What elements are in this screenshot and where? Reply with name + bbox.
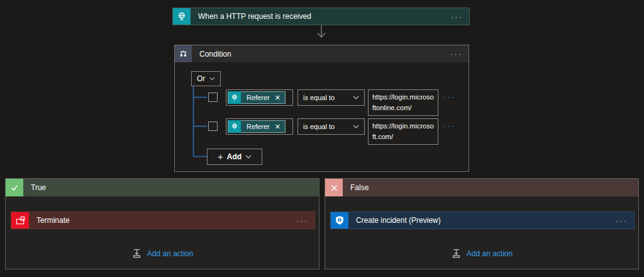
join-operator-dropdown[interactable]: Or — [191, 71, 221, 86]
operator-value: is equal to — [303, 94, 335, 101]
condition-operand-field[interactable]: Referer ✕ — [226, 118, 293, 135]
create-incident-menu-button[interactable]: ··· — [616, 217, 628, 225]
condition-row-checkbox[interactable] — [208, 93, 218, 102]
token-label: Referer — [241, 123, 273, 130]
terminate-action-card[interactable]: Terminate ··· — [11, 212, 315, 229]
condition-title: Condition — [199, 50, 450, 59]
add-action-link[interactable]: Add an action — [325, 248, 638, 259]
sentinel-shield-icon — [331, 212, 348, 229]
condition-card: Condition ··· Or — [174, 45, 469, 172]
flow-designer-canvas: When a HTTP request is received ··· Cond… — [0, 0, 644, 277]
terminate-menu-button[interactable]: ··· — [296, 217, 308, 225]
x-icon — [325, 179, 343, 196]
add-action-icon — [451, 248, 462, 259]
join-operator-value: Or — [197, 74, 205, 83]
condition-value-input[interactable]: https://login.microsoftonline.com/ — [368, 89, 438, 116]
condition-menu-button[interactable]: ··· — [450, 50, 462, 58]
remove-token-icon[interactable]: ✕ — [273, 123, 285, 130]
chevron-down-icon — [209, 77, 215, 81]
condition-operand-field[interactable]: Referer ✕ — [226, 89, 293, 106]
add-action-label: Add an action — [147, 249, 193, 258]
add-action-icon — [131, 248, 142, 259]
http-icon — [173, 8, 191, 25]
condition-value-input[interactable]: https://login.microsoft.com/ — [368, 118, 438, 145]
checkmark-icon — [6, 179, 23, 196]
false-branch-label: False — [350, 179, 369, 196]
dynamic-content-token[interactable]: Referer ✕ — [228, 120, 286, 133]
create-incident-action-card[interactable]: Create incident (Preview) ··· — [330, 212, 635, 229]
terminate-title: Terminate — [36, 216, 296, 225]
trigger-title: When a HTTP request is received — [198, 12, 451, 21]
add-action-link[interactable]: Add an action — [6, 248, 319, 259]
true-branch-header: True — [6, 179, 319, 196]
plus-icon: + — [218, 151, 223, 162]
add-action-label: Add an action — [467, 249, 513, 258]
false-branch-container: False Create incident (Preview) ··· — [325, 178, 639, 269]
condition-operator-dropdown[interactable]: is equal to — [297, 118, 365, 135]
false-branch-header: False — [325, 179, 638, 196]
http-token-icon — [228, 120, 241, 133]
condition-operator-dropdown[interactable]: is equal to — [297, 89, 365, 106]
true-branch-label: True — [31, 179, 46, 196]
condition-row-menu-button[interactable]: ··· — [443, 92, 455, 101]
condition-header[interactable]: Condition ··· — [175, 45, 469, 62]
trigger-card-http-request[interactable]: When a HTTP request is received ··· — [172, 8, 470, 25]
chevron-down-icon — [353, 125, 359, 128]
add-button-label: Add — [227, 152, 242, 161]
chevron-down-icon — [245, 155, 252, 159]
trigger-menu-button[interactable]: ··· — [451, 13, 463, 21]
add-condition-button[interactable]: + Add — [207, 149, 262, 165]
true-branch-container: True Terminate ··· Add an action — [5, 178, 319, 269]
operator-value: is equal to — [303, 123, 335, 130]
connector-arrow — [314, 25, 329, 42]
chevron-down-icon — [353, 96, 359, 99]
terminate-icon — [11, 212, 29, 229]
condition-icon — [175, 45, 192, 62]
condition-row-menu-button[interactable]: ··· — [443, 121, 455, 130]
remove-token-icon[interactable]: ✕ — [273, 94, 285, 101]
token-label: Referer — [241, 94, 273, 101]
condition-row-checkbox[interactable] — [208, 122, 218, 131]
create-incident-title: Create incident (Preview) — [356, 216, 616, 225]
dynamic-content-token[interactable]: Referer ✕ — [228, 91, 286, 104]
http-token-icon — [228, 91, 241, 104]
